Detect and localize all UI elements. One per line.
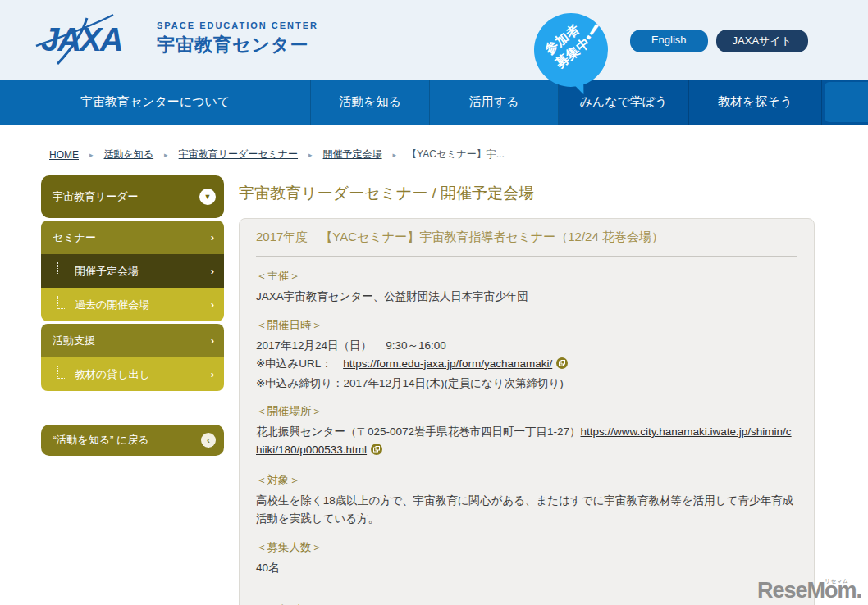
sidebar-item-label: 活動支援 [53, 334, 95, 348]
sidebar-item-material-lending[interactable]: 教材の貸し出し › [41, 357, 224, 391]
target-value: 高校生を除く18歳以上の方で、宇宙教育に関心がある、またはすでに宇宙教育教材等を… [256, 492, 797, 528]
capacity-label: ＜募集人数＞ [256, 540, 797, 555]
resemom-watermark: リセマム ReseMom. [757, 578, 861, 603]
host-value: JAXA宇宙教育センター、公益財団法人日本宇宙少年団 [256, 288, 797, 306]
sidebar-item-leader[interactable]: 宇宙教育リーダー ▼ [41, 175, 224, 218]
header-buttons: English JAXAサイト [630, 30, 808, 52]
tree-branch-icon [57, 296, 68, 309]
sidebar-item-past-venues[interactable]: 過去の開催会場 › [41, 288, 224, 321]
application-url-prefix: ※申込みURL： [256, 357, 343, 370]
host-label: ＜主催＞ [256, 269, 797, 284]
breadcrumb-arrow-icon: ▸ [393, 151, 397, 159]
datetime-value: 2017年12月24日（日） 9:30～16:00 [256, 337, 797, 355]
breadcrumb-know-activities[interactable]: 活動を知る [104, 148, 154, 161]
sidebar-item-seminar[interactable]: セミナー › [41, 221, 224, 254]
jaxa-site-button[interactable]: JAXAサイト [716, 30, 808, 52]
chevron-down-icon: ▼ [199, 189, 216, 205]
nav-item-about[interactable]: 宇宙教育センターについて [0, 80, 311, 125]
venue-label: ＜開催場所＞ [256, 404, 797, 419]
logo-text: SPACE EDUCATION CENTER 宇宙教育センター [157, 20, 318, 57]
logo-subtitle-en: SPACE EDUCATION CENTER [157, 20, 318, 30]
english-button[interactable]: English [630, 30, 708, 52]
chevron-right-icon: › [211, 231, 214, 243]
nav-filler [822, 80, 868, 125]
nav-item-find-materials[interactable]: 教材を探そう [689, 80, 822, 125]
header: JAXA SPACE EDUCATION CENTER 宇宙教育センター Eng… [0, 0, 868, 80]
schedule-label: ＜スケジュール＞ [256, 602, 797, 605]
capacity-value: 40名 [256, 559, 797, 577]
chevron-right-icon: › [211, 298, 214, 311]
breadcrumb-home[interactable]: HOME [49, 149, 79, 161]
jaxa-logo-mark: JAXA [34, 11, 145, 66]
breadcrumb-arrow-icon: ▸ [308, 151, 313, 159]
jaxa-swoosh-icon [34, 11, 145, 66]
venue-row: 花北振興センター（〒025-0072岩手県花巻市四日町一丁目1-27）https… [256, 423, 797, 461]
venue-text: 花北振興センター（〒025-0072岩手県花巻市四日町一丁目1-27） [256, 425, 581, 438]
resemom-watermark-ruby: リセマム [825, 577, 848, 585]
breadcrumb-arrow-icon: ▸ [89, 151, 94, 159]
main-content: 宇宙教育リーダーセミナー / 開催予定会場 2017年度 【YACセミナー】宇宙… [239, 161, 815, 605]
logo-subtitle-jp: 宇宙教育センター [157, 33, 318, 57]
application-url-link[interactable]: https://form.edu-jaxa.jp/form/yachanamak… [343, 357, 552, 370]
breadcrumb: HOME ▸ 活動を知る ▸ 宇宙教育リーダーセミナー ▸ 開催予定会場 ▸ 【… [0, 125, 868, 161]
tree-branch-icon [57, 366, 68, 379]
sidebar-item-label: 教材の貸し出し [75, 367, 150, 382]
application-deadline: ※申込み締切り：2017年12月14日(木)(定員になり次第締切り) [256, 375, 797, 393]
sidebar-item-activity-support[interactable]: 活動支援 › [41, 324, 224, 357]
back-to-activities-button[interactable]: “活動を知る” に戻る ‹ [41, 425, 224, 456]
breadcrumb-arrow-icon: ▸ [164, 151, 168, 159]
breadcrumb-upcoming-venues[interactable]: 開催予定会場 [323, 148, 382, 161]
target-label: ＜対象＞ [256, 473, 797, 488]
sidebar: 宇宙教育リーダー ▼ セミナー › 開催予定会場 › 過去の開催会場 › 活動支… [41, 175, 224, 456]
sidebar-item-label: 開催予定会場 [75, 264, 139, 279]
chevron-left-icon: ‹ [201, 433, 216, 448]
chevron-right-icon: › [211, 334, 214, 347]
page-title: 宇宙教育リーダーセミナー / 開催予定会場 [239, 183, 815, 204]
application-url-row: ※申込みURL： https://form.edu-jaxa.jp/form/y… [256, 355, 797, 375]
back-button-label: “活動を知る” に戻る [53, 433, 149, 448]
sidebar-item-label: 過去の開催会場 [75, 298, 149, 312]
external-link-icon[interactable] [556, 357, 568, 375]
page: JAXA SPACE EDUCATION CENTER 宇宙教育センター Eng… [0, 0, 868, 605]
breadcrumb-current-page: 【YACセミナー】宇... [407, 148, 505, 161]
tree-branch-icon [57, 262, 68, 275]
nav-item-know-activities[interactable]: 活動を知る [311, 80, 430, 125]
nav-item-utilize[interactable]: 活用する [430, 80, 559, 125]
sidebar-item-upcoming-venues[interactable]: 開催予定会場 › [41, 254, 224, 288]
card-divider [256, 256, 797, 257]
sidebar-item-label: 宇宙教育リーダー [53, 189, 139, 204]
chevron-right-icon: › [211, 265, 214, 277]
seminar-detail-card: 2017年度 【YACセミナー】宇宙教育指導者セミナー（12/24 花巻会場） … [239, 218, 815, 605]
external-link-icon[interactable] [371, 443, 382, 461]
content-row: 宇宙教育リーダー ▼ セミナー › 開催予定会場 › 過去の開催会場 › 活動支… [0, 161, 868, 605]
sidebar-item-label: セミナー [53, 230, 96, 245]
datetime-label: ＜開催日時＞ [256, 318, 797, 333]
site-logo[interactable]: JAXA SPACE EDUCATION CENTER 宇宙教育センター [34, 11, 318, 66]
chevron-right-icon: › [211, 368, 214, 380]
recruiting-badge[interactable]: 参加者 募集中 ! [534, 13, 608, 87]
nav-filler-tab [825, 82, 868, 122]
seminar-card-title: 2017年度 【YACセミナー】宇宙教育指導者セミナー（12/24 花巻会場） [256, 230, 797, 245]
breadcrumb-leader-seminar[interactable]: 宇宙教育リーダーセミナー [179, 148, 298, 161]
global-nav: 宇宙教育センターについて 活動を知る 活用する みんなで学ぼう 教材を探そう [0, 80, 868, 125]
